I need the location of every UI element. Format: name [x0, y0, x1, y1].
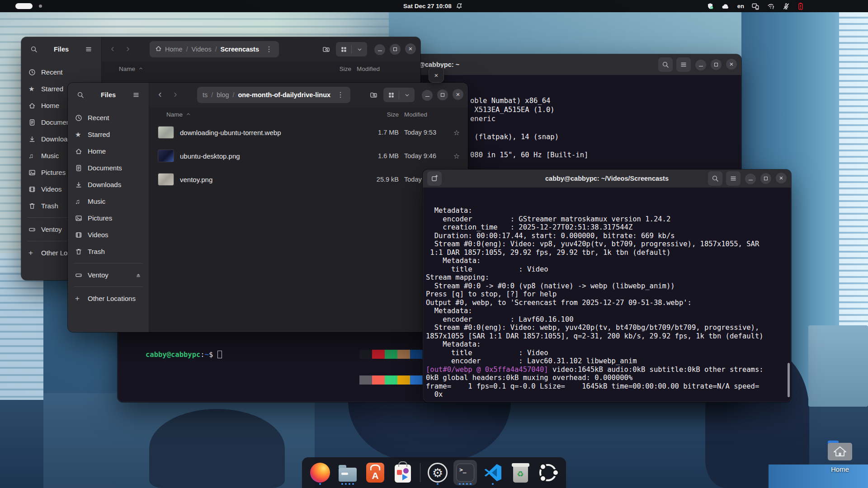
- sidebar-item-recent[interactable]: Recent: [24, 64, 98, 80]
- view-toggle[interactable]: [336, 42, 367, 56]
- back-button[interactable]: ‹: [154, 89, 166, 101]
- breadcrumb-one-month-of-dailydrive-linux[interactable]: one-month-of-dailydrive-linux: [238, 91, 330, 99]
- palette-swatch: [410, 375, 423, 385]
- column-name[interactable]: Name: [119, 66, 135, 72]
- maximize-button[interactable]: [390, 44, 401, 55]
- minimize-button[interactable]: [374, 44, 385, 55]
- list-column-header[interactable]: Name Size Modified: [149, 107, 468, 121]
- star-icon: ★: [75, 131, 82, 138]
- list-column-header[interactable]: Name Size Modified: [102, 61, 420, 75]
- sidebar-item-ventoy[interactable]: Ventoy: [71, 267, 146, 283]
- dock-terminal[interactable]: [453, 460, 477, 485]
- dock-settings[interactable]: [426, 460, 449, 485]
- close-button[interactable]: ×: [776, 173, 787, 183]
- maximize-button[interactable]: [437, 89, 448, 100]
- sidebar-item-music[interactable]: ♫Music: [71, 193, 146, 210]
- forward-button[interactable]: ›: [122, 44, 134, 55]
- floating-close-button[interactable]: ×: [429, 67, 444, 83]
- column-modified[interactable]: Modified: [351, 66, 399, 72]
- palette-swatch: [385, 350, 397, 359]
- system-tray[interactable]: en: [707, 2, 862, 10]
- column-modified[interactable]: Modified: [399, 111, 446, 118]
- clock-menu[interactable]: Sat Dec 27 10:08: [403, 3, 462, 9]
- dock-app-center[interactable]: [363, 460, 387, 485]
- terminal-output[interactable]: Metadata: encoder : GStreamer matroskamu…: [423, 188, 791, 402]
- terminal-window-screencasts[interactable]: cabby@cabbypc: ~/Videos/Screencasts × Me…: [423, 169, 791, 402]
- minimize-button[interactable]: [745, 174, 756, 184]
- star-button[interactable]: ☆: [446, 128, 460, 137]
- dock-trash[interactable]: [509, 460, 532, 485]
- breadcrumb-ts[interactable]: ts: [203, 91, 208, 99]
- column-size[interactable]: Size: [315, 66, 351, 72]
- column-size[interactable]: Size: [363, 111, 399, 118]
- grid-view-icon[interactable]: [383, 88, 399, 102]
- search-button[interactable]: [658, 57, 673, 72]
- dock-ubuntu[interactable]: [536, 460, 560, 485]
- dock-vscode[interactable]: [481, 460, 505, 485]
- breadcrumb-screencasts[interactable]: Screencasts: [221, 46, 259, 53]
- path-menu-button[interactable]: ⋮: [334, 90, 345, 100]
- clock-icon: [28, 69, 36, 76]
- sidebar-item-documents[interactable]: Documents: [71, 160, 146, 176]
- minimize-button[interactable]: [422, 90, 433, 101]
- menu-button[interactable]: [129, 88, 143, 102]
- sidebar-item-starred[interactable]: ★Starred: [71, 126, 146, 143]
- battery-critical-icon: [797, 2, 804, 10]
- grid-view-icon[interactable]: [336, 42, 351, 56]
- palette-swatch: [410, 350, 423, 359]
- star-button[interactable]: ☆: [446, 152, 460, 160]
- sidebar-item-videos[interactable]: Videos: [71, 226, 146, 243]
- sidebar-item-downloads[interactable]: Downloads: [71, 176, 146, 193]
- back-button[interactable]: ‹: [106, 44, 119, 55]
- file-name: ventoy.png: [180, 176, 363, 183]
- search-folder-button[interactable]: [319, 42, 333, 56]
- breadcrumb-home[interactable]: Home: [155, 45, 183, 53]
- file-row[interactable]: ubuntu-desktop.png1.6 MBToday 9:46☆: [149, 144, 468, 168]
- terminal-line: [470, 123, 588, 132]
- eject-button[interactable]: [135, 272, 142, 278]
- breadcrumb[interactable]: Home/Videos/Screencasts⋮: [150, 41, 279, 57]
- new-tab-button[interactable]: [427, 171, 442, 186]
- chevron-down-icon[interactable]: [399, 88, 415, 102]
- maximize-button[interactable]: [711, 59, 722, 70]
- path-menu-button[interactable]: ⋮: [263, 45, 274, 54]
- file-row[interactable]: ventoy.png25.9 kBToday☆: [149, 168, 468, 191]
- menu-button[interactable]: [726, 171, 741, 186]
- breadcrumb-videos[interactable]: Videos: [192, 46, 212, 53]
- sidebar-item-pictures[interactable]: Pictures: [71, 210, 146, 226]
- desktop-home-shortcut[interactable]: Home: [822, 439, 858, 473]
- settings-gear-icon: [428, 463, 448, 483]
- sidebar-item-other-locations[interactable]: +Other Locations: [71, 290, 146, 307]
- files-window-blog[interactable]: Files ‹ › ts/blog/one-month-of-dailydriv…: [68, 83, 468, 332]
- dock-firefox[interactable]: [308, 460, 332, 485]
- dock-software[interactable]: [391, 460, 415, 485]
- view-toggle[interactable]: [383, 88, 415, 102]
- sidebar-item-recent[interactable]: Recent: [71, 109, 146, 126]
- search-button[interactable]: [708, 171, 722, 186]
- menu-button[interactable]: [81, 42, 96, 56]
- maximize-button[interactable]: [760, 173, 771, 184]
- wallpaper-cabinet: [808, 325, 868, 407]
- sidebar-item-home[interactable]: Home: [71, 143, 146, 160]
- search-folder-button[interactable]: [366, 88, 381, 102]
- terminal-scrollbar[interactable]: [788, 363, 790, 397]
- activities-indicator[interactable]: [6, 3, 42, 9]
- column-name[interactable]: Name: [166, 111, 183, 118]
- plus-icon: +: [28, 249, 36, 257]
- terminal-line: Stream #0:0(eng): Video: vp8, yuv420p(tv…: [426, 240, 791, 249]
- terminal-line: encoder : Lavf60.16.100: [426, 315, 791, 324]
- forward-button[interactable]: ›: [169, 89, 182, 101]
- close-button[interactable]: ×: [726, 59, 737, 70]
- close-button[interactable]: ×: [405, 43, 416, 54]
- chevron-down-icon[interactable]: [352, 42, 367, 56]
- breadcrumb[interactable]: ts/blog/one-month-of-dailydrive-linux⋮: [197, 87, 350, 103]
- search-button[interactable]: [27, 42, 41, 56]
- close-button[interactable]: ×: [453, 89, 463, 100]
- breadcrumb-blog[interactable]: blog: [217, 91, 229, 99]
- minimize-button[interactable]: [695, 60, 706, 70]
- dock-files[interactable]: [336, 460, 359, 485]
- sidebar-item-trash[interactable]: Trash: [71, 243, 146, 260]
- file-row[interactable]: downloading-ubuntu-torrent.webp1.7 MBTod…: [149, 121, 468, 144]
- search-button[interactable]: [73, 88, 88, 102]
- menu-button[interactable]: [676, 57, 691, 72]
